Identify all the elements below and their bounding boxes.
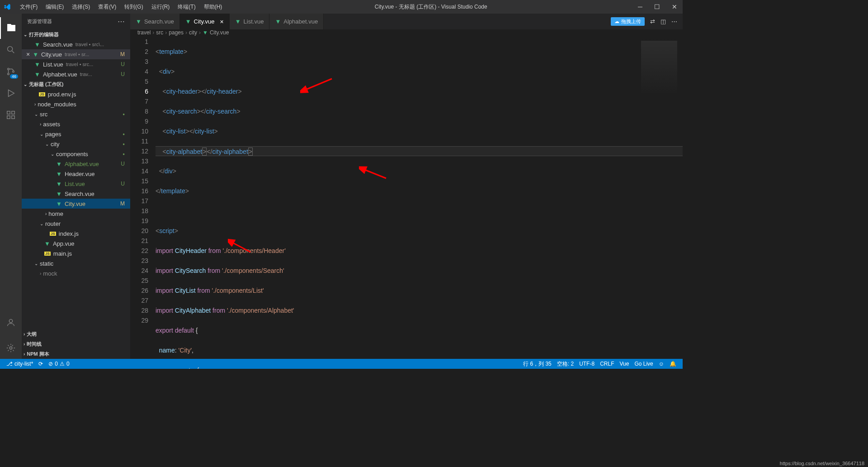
settings-icon[interactable] xyxy=(0,337,22,359)
svg-rect-6 xyxy=(7,116,10,119)
editor-area: ▼Search.vue ▼City.vue× ▼List.vue ▼Alphab… xyxy=(130,14,683,359)
menu-help[interactable]: 帮助(H) xyxy=(200,1,226,13)
tab-close-icon[interactable]: × xyxy=(220,18,224,25)
sidebar-title: 资源管理器 xyxy=(27,18,52,25)
breadcrumb[interactable]: travel› src› pages› city› ▼City.vue xyxy=(130,29,683,36)
close-icon[interactable]: × xyxy=(26,51,30,58)
minimize-button[interactable]: ─ xyxy=(636,3,644,10)
folder-router[interactable]: ⌄router xyxy=(22,219,130,229)
split-icon[interactable]: ◫ xyxy=(660,18,666,25)
file-index-js[interactable]: JSindex.js xyxy=(22,229,130,238)
more-icon[interactable]: ⋯ xyxy=(671,18,677,25)
source-control-icon[interactable]: 46 xyxy=(0,61,22,82)
menu-terminal[interactable]: 终端(T) xyxy=(174,1,199,13)
maximize-button[interactable]: ☐ xyxy=(652,3,662,10)
npm-header[interactable]: ›NPM 脚本 xyxy=(22,349,130,359)
workspace-header[interactable]: ⌄无标题 (工作区) xyxy=(22,79,130,89)
folder-components[interactable]: ⌄components xyxy=(22,149,130,159)
search-icon[interactable] xyxy=(0,39,22,61)
file-list[interactable]: ▼List.vueU xyxy=(22,179,130,189)
svg-point-4 xyxy=(13,71,14,72)
explorer-icon[interactable] xyxy=(0,17,22,39)
cloud-icon: ☁ xyxy=(614,19,619,24)
warning-icon: ⚠ xyxy=(60,361,65,367)
svg-line-1 xyxy=(12,51,14,53)
tab-search[interactable]: ▼Search.vue xyxy=(130,14,180,29)
titlebar: 文件(F) 编辑(E) 选择(S) 查看(V) 转到(G) 运行(R) 终端(T… xyxy=(0,0,683,14)
sync-icon[interactable]: ⟳ xyxy=(36,361,46,367)
folder-home[interactable]: ›home xyxy=(22,209,130,219)
tab-city[interactable]: ▼City.vue× xyxy=(180,14,230,29)
file-app-vue[interactable]: ▼App.vue xyxy=(22,238,130,248)
folder-src[interactable]: ⌄src xyxy=(22,109,130,119)
menu-edit[interactable]: 编辑(E) xyxy=(42,1,67,13)
file-alphabet[interactable]: ▼Alphabet.vueU xyxy=(22,159,130,169)
tab-list[interactable]: ▼List.vue xyxy=(230,14,270,29)
sidebar-header: 资源管理器 ⋯ xyxy=(22,14,130,29)
problems[interactable]: ⊘0 ⚠0 xyxy=(46,361,72,367)
folder-assets[interactable]: ›assets xyxy=(22,119,130,129)
editor-item-city[interactable]: ×▼City.vuetravel • sr...M xyxy=(22,49,130,59)
activity-bar: 46 xyxy=(0,14,22,359)
file-prod-env[interactable]: JSprod.env.js xyxy=(22,89,130,99)
upload-button[interactable]: ☁拖拽上传 xyxy=(611,17,645,26)
close-button[interactable]: ✕ xyxy=(670,3,679,10)
open-editors-header[interactable]: ⌄打开的编辑器 xyxy=(22,29,130,39)
run-debug-icon[interactable] xyxy=(0,82,22,104)
svg-point-0 xyxy=(8,47,13,52)
timeline-header[interactable]: ›时间线 xyxy=(22,339,130,349)
menu-goto[interactable]: 转到(G) xyxy=(121,1,146,13)
editor-item-search[interactable]: ▼Search.vuetravel • src\... xyxy=(22,39,130,49)
minimap[interactable] xyxy=(641,41,677,95)
svg-rect-8 xyxy=(12,111,14,114)
svg-rect-5 xyxy=(7,111,10,114)
svg-point-10 xyxy=(9,347,12,349)
menu-bar: 文件(F) 编辑(E) 选择(S) 查看(V) 转到(G) 运行(R) 终端(T… xyxy=(16,1,226,13)
git-branch[interactable]: ⎇city-list* xyxy=(4,361,36,367)
folder-pages[interactable]: ⌄pages xyxy=(22,129,130,139)
compare-icon[interactable]: ⇄ xyxy=(650,18,655,25)
folder-static[interactable]: ⌄static xyxy=(22,258,130,268)
line-numbers: 1234567891011121314151617181920212223242… xyxy=(130,36,156,369)
code-editor[interactable]: 1234567891011121314151617181920212223242… xyxy=(130,36,683,369)
tab-alphabet[interactable]: ▼Alphabet.vue xyxy=(269,14,324,29)
editor-item-alphabet[interactable]: ▼Alphabet.vuetrav...U xyxy=(22,69,130,79)
branch-icon: ⎇ xyxy=(6,361,13,367)
folder-city[interactable]: ⌄city xyxy=(22,139,130,149)
code-content[interactable]: <template> <div> <city-header></city-hea… xyxy=(156,36,683,369)
scm-badge: 46 xyxy=(10,74,18,79)
svg-point-9 xyxy=(9,319,12,323)
menu-file[interactable]: 文件(F) xyxy=(16,1,41,13)
folder-mock[interactable]: ›mock xyxy=(22,268,130,278)
sidebar-more-icon[interactable]: ⋯ xyxy=(118,17,125,26)
error-icon: ⊘ xyxy=(48,361,53,367)
svg-rect-7 xyxy=(12,116,14,119)
file-search[interactable]: ▼Search.vue xyxy=(22,189,130,199)
menu-view[interactable]: 查看(V) xyxy=(94,1,120,13)
sidebar: 资源管理器 ⋯ ⌄打开的编辑器 ▼Search.vuetravel • src\… xyxy=(22,14,130,359)
editor-tabs: ▼Search.vue ▼City.vue× ▼List.vue ▼Alphab… xyxy=(130,14,683,29)
folder-node-modules[interactable]: ›node_modules xyxy=(22,99,130,109)
menu-select[interactable]: 选择(S) xyxy=(68,1,94,13)
account-icon[interactable] xyxy=(0,312,22,334)
vscode-logo-icon xyxy=(4,3,11,10)
window-controls: ─ ☐ ✕ xyxy=(636,3,679,10)
file-header[interactable]: ▼Header.vue xyxy=(22,169,130,179)
svg-point-2 xyxy=(8,68,9,70)
editor-item-list[interactable]: ▼List.vuetravel • src...U xyxy=(22,59,130,69)
menu-run[interactable]: 运行(R) xyxy=(148,1,174,13)
window-title: City.vue - 无标题 (工作区) - Visual Studio Cod… xyxy=(226,3,636,11)
file-city-vue[interactable]: ▼City.vueM xyxy=(22,199,130,209)
svg-point-3 xyxy=(8,73,9,75)
outline-header[interactable]: ›大纲 xyxy=(22,329,130,339)
extensions-icon[interactable] xyxy=(0,104,22,126)
file-main-js[interactable]: JSmain.js xyxy=(22,248,130,258)
